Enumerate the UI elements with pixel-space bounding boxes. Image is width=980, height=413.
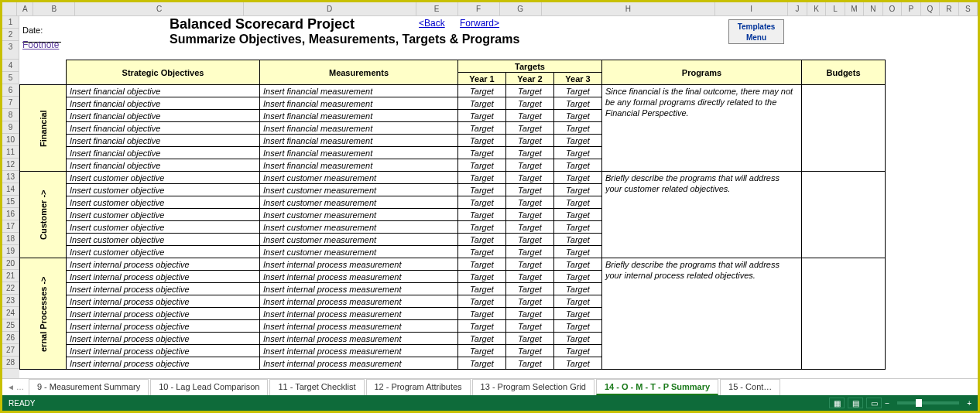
target-cell[interactable]: Target [506, 97, 554, 110]
row-header-16[interactable]: 16 [2, 208, 19, 220]
col-header-D[interactable]: D [244, 2, 416, 15]
sheet-tab[interactable]: 9 - Measurement Summary [29, 379, 149, 395]
target-cell[interactable]: Target [506, 196, 554, 209]
col-header-K[interactable]: K [807, 2, 826, 15]
target-cell[interactable]: Target [554, 295, 602, 308]
measurement-cell[interactable]: Insert customer measurement [260, 234, 458, 246]
row-header-12[interactable]: 12 [2, 159, 19, 171]
zoom-out-icon[interactable]: − [885, 399, 889, 408]
target-cell[interactable]: Target [506, 271, 554, 283]
row-header-13[interactable]: 13 [2, 171, 19, 183]
objective-cell[interactable]: Insert financial objective [67, 110, 260, 122]
tab-nav-prev-icon[interactable]: … [16, 383, 24, 391]
target-cell[interactable]: Target [554, 122, 602, 135]
target-cell[interactable]: Target [554, 345, 602, 357]
target-cell[interactable]: Target [458, 85, 506, 97]
target-cell[interactable]: Target [554, 110, 602, 122]
objective-cell[interactable]: Insert customer objective [67, 184, 260, 196]
target-cell[interactable]: Target [554, 221, 602, 234]
col-header-E[interactable]: E [416, 2, 458, 15]
target-cell[interactable]: Target [554, 271, 602, 283]
row-header-23[interactable]: 23 [2, 295, 19, 307]
measurement-cell[interactable]: Insert financial measurement [260, 110, 458, 122]
sheet-tab[interactable]: 11 - Target Checklist [269, 379, 364, 395]
view-layout-icon[interactable]: ▤ [848, 398, 863, 408]
target-cell[interactable]: Target [554, 258, 602, 271]
row-header-25[interactable]: 25 [2, 319, 19, 332]
objective-cell[interactable]: Insert customer objective [67, 209, 260, 221]
target-cell[interactable]: Target [506, 320, 554, 333]
target-cell[interactable]: Target [458, 258, 506, 271]
col-header-A[interactable]: A [17, 2, 33, 15]
row-header-26[interactable]: 26 [2, 332, 19, 344]
measurement-cell[interactable]: Insert internal process measurement [260, 345, 458, 357]
measurement-cell[interactable]: Insert customer measurement [260, 196, 458, 209]
col-header-J[interactable]: J [788, 2, 807, 15]
target-cell[interactable]: Target [506, 308, 554, 320]
row-header-9[interactable]: 9 [2, 121, 19, 134]
worksheet-grid[interactable]: Date: Footnote Balanced Scorecard Projec… [19, 16, 978, 380]
target-cell[interactable]: Target [458, 97, 506, 110]
col-header-H[interactable]: H [542, 2, 715, 15]
target-cell[interactable]: Target [554, 209, 602, 221]
scorecard-table[interactable]: Strategic Objectives Measurements Target… [19, 60, 886, 370]
target-cell[interactable]: Target [458, 184, 506, 196]
target-cell[interactable]: Target [554, 333, 602, 345]
target-cell[interactable]: Target [554, 246, 602, 258]
target-cell[interactable]: Target [554, 357, 602, 370]
objective-cell[interactable]: Insert financial objective [67, 97, 260, 110]
target-cell[interactable]: Target [506, 172, 554, 184]
row-header-14[interactable]: 14 [2, 183, 19, 196]
target-cell[interactable]: Target [458, 345, 506, 357]
target-cell[interactable]: Target [458, 209, 506, 221]
target-cell[interactable]: Target [554, 184, 602, 196]
zoom-in-icon[interactable]: + [967, 399, 971, 408]
col-header-B[interactable]: B [33, 2, 75, 15]
target-cell[interactable]: Target [554, 234, 602, 246]
row-header-11[interactable]: 11 [2, 146, 19, 159]
measurement-cell[interactable]: Insert internal process measurement [260, 308, 458, 320]
view-pagebreak-icon[interactable]: ▭ [866, 398, 882, 408]
target-cell[interactable]: Target [458, 135, 506, 147]
target-cell[interactable]: Target [458, 147, 506, 159]
programs-cell[interactable]: Briefly describe the programs that will … [602, 258, 802, 370]
target-cell[interactable]: Target [506, 159, 554, 172]
objective-cell[interactable]: Insert internal process objective [67, 295, 260, 308]
target-cell[interactable]: Target [458, 221, 506, 234]
templates-menu-button[interactable]: Templates Menu [728, 19, 784, 44]
target-cell[interactable]: Target [458, 308, 506, 320]
budget-cell[interactable] [802, 258, 886, 370]
objective-cell[interactable]: Insert financial objective [67, 159, 260, 172]
target-cell[interactable]: Target [458, 234, 506, 246]
target-cell[interactable]: Target [458, 295, 506, 308]
row-header-22[interactable]: 22 [2, 282, 19, 295]
measurement-cell[interactable]: Insert customer measurement [260, 184, 458, 196]
measurement-cell[interactable]: Insert financial measurement [260, 159, 458, 172]
select-all-corner[interactable] [2, 2, 17, 15]
objective-cell[interactable]: Insert internal process objective [67, 258, 260, 271]
row-header-6[interactable]: 6 [2, 84, 19, 97]
objective-cell[interactable]: Insert internal process objective [67, 345, 260, 357]
target-cell[interactable]: Target [506, 147, 554, 159]
target-cell[interactable]: Target [554, 159, 602, 172]
sheet-tab[interactable]: 12 - Program Attributes [366, 379, 471, 395]
programs-cell[interactable]: Since financial is the final outcome, th… [602, 85, 802, 172]
budget-cell[interactable] [802, 172, 886, 258]
sheet-tab[interactable]: 13 - Program Selection Grid [472, 379, 595, 395]
target-cell[interactable]: Target [554, 85, 602, 97]
measurement-cell[interactable]: Insert customer measurement [260, 172, 458, 184]
target-cell[interactable]: Target [506, 135, 554, 147]
tab-nav-first-icon[interactable]: ◄ [7, 383, 15, 391]
col-header-F[interactable]: F [458, 2, 500, 15]
footnote-link[interactable]: Footnote [22, 39, 59, 50]
target-cell[interactable]: Target [554, 308, 602, 320]
target-cell[interactable]: Target [554, 172, 602, 184]
objective-cell[interactable]: Insert internal process objective [67, 283, 260, 295]
row-header-19[interactable]: 19 [2, 245, 19, 258]
measurement-cell[interactable]: Insert internal process measurement [260, 283, 458, 295]
col-header-P[interactable]: P [902, 2, 920, 15]
row-header-7[interactable]: 7 [2, 97, 19, 109]
target-cell[interactable]: Target [458, 320, 506, 333]
objective-cell[interactable]: Insert financial objective [67, 147, 260, 159]
programs-cell[interactable]: Briefly describe the programs that will … [602, 172, 802, 258]
